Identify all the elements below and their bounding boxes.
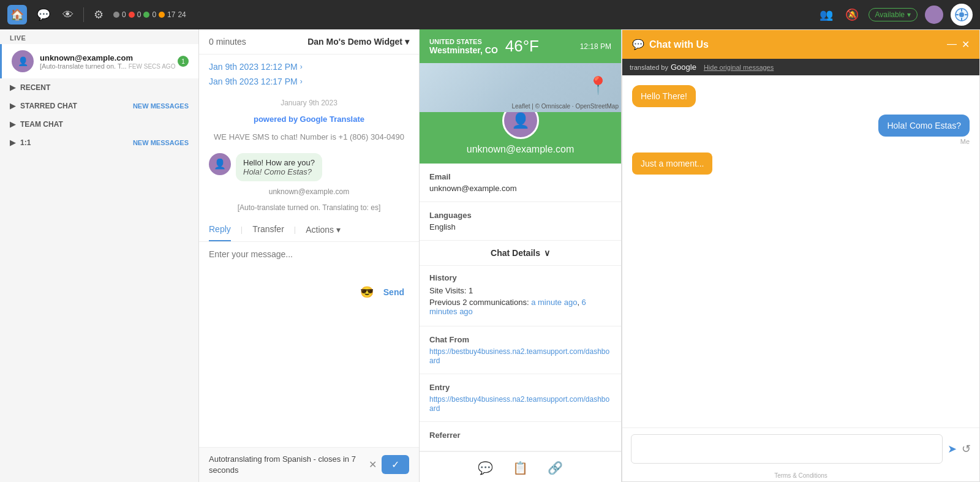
widget-selector[interactable]: Dan Mo's Demo Widget ▾ [307,37,409,47]
widget-footer: Terms & Conditions [622,470,979,481]
google-brand-text: Google [671,62,696,72]
chat-counters: 0 0 0 17 24 [113,10,186,19]
nav-divider [83,7,84,22]
visitor-bubble-1: Hola! Como Estas? [878,115,970,137]
message-input-area: 😎 Send [199,242,419,447]
minimize-button[interactable]: — [947,39,957,50]
eye-icon[interactable]: 👁 [60,6,76,24]
chat-bubble: Hello! How are you? Hola! Como Estas? [236,153,322,181]
chat-bubble-row: 👤 Hello! How are you? Hola! Como Estas? [199,148,419,186]
top-navigation: 🏠 💬 👁 ⚙ 0 0 0 17 24 👥 🔕 Available ▾ [0,0,980,29]
tab-divider-1: | [241,225,243,234]
sidebar: LIVE 👤 unknown@example.com [Auto-transla… [0,29,199,482]
status-label: Available [875,10,905,19]
one-to-one-section[interactable]: ▶ 1:1 NEW MESSAGES [0,134,198,152]
google-translate-bar: powered by Google Translate [199,112,419,126]
input-controls: 😎 Send [209,285,409,299]
map-pin-icon: 📍 [587,75,609,96]
starred-section[interactable]: ▶ STARRED CHAT NEW MESSAGES [0,97,198,115]
mute-icon[interactable]: 🔕 [843,6,861,24]
system-bubble: Just a moment... [632,153,712,175]
team-chat-section[interactable]: ▶ TEAM CHAT [0,115,198,134]
email-value: unknown@example.com [429,184,611,193]
autotranslate-close-button[interactable]: ✕ [369,459,377,470]
chat-from-url[interactable]: https://bestbuy4business.na2.teamsupport… [429,347,609,365]
settings-icon[interactable]: ⚙ [91,6,106,24]
link-bottom-icon[interactable]: 🔗 [548,461,563,475]
status-badge[interactable]: Available ▾ [869,8,918,21]
location-info: UNITED STATES Westminster, CO 46°F 12:18… [420,29,621,63]
info-panel: UNITED STATES Westminster, CO 46°F 12:18… [420,29,622,482]
tab-actions[interactable]: Actions ▾ [306,219,341,241]
chat-item-info: unknown@example.com [Auto-translate turn… [40,53,178,70]
reply-tabs: Reply | Transfer | Actions ▾ [199,218,419,242]
timestamp-link-2[interactable]: Jan 9th 2023 12:17 PM › [209,74,409,89]
tab-reply[interactable]: Reply [209,218,231,241]
notes-bottom-icon[interactable]: 📋 [513,461,528,475]
languages-section: Languages English [420,202,621,241]
recent-label: ▶ RECENT [10,83,50,92]
dot-green [143,12,149,18]
languages-value: English [429,222,611,232]
visitor-sender-label: Me [878,138,970,145]
location-city: Westminster, CO [429,45,498,55]
chat-badge: 1 [178,56,189,67]
count-orange: 17 [167,10,175,19]
send-button[interactable]: Send [379,285,409,299]
home-logo[interactable]: 🏠 [7,5,27,24]
dot-red [129,12,135,18]
visitor-header: 👤 unknown@example.com [420,112,621,164]
translated-by-text: translated by [630,64,668,71]
user-avatar[interactable] [925,6,943,24]
one-to-one-new-messages[interactable]: NEW MESSAGES [133,139,189,146]
main-layout: LIVE 👤 unknown@example.com [Auto-transla… [0,29,980,482]
brand-logo [951,4,973,26]
bubble-italic-text: Hola! Como Estas? [243,167,315,176]
widget-message-agent-1: Hello There! [632,85,696,107]
chat-panel: 0 minutes Dan Mo's Demo Widget ▾ Jan 9th… [199,29,420,482]
chat-from-section: Chat From https://bestbuy4business.na2.t… [420,326,621,374]
chat-details-toggle[interactable]: Chat Details ∨ [420,241,621,266]
close-button[interactable]: ✕ [962,39,970,50]
referrer-section: Referrer [420,422,621,451]
tab-transfer[interactable]: Transfer [252,218,284,241]
time-label: 0 minutes [209,37,246,47]
widget-translate-bar: translated by Google Hide original messa… [622,59,979,75]
starred-new-messages[interactable]: NEW MESSAGES [133,102,189,110]
hide-original-link[interactable]: Hide original messages [704,64,774,71]
chat-bubble-icon: 💬 [632,39,644,50]
location-text: UNITED STATES Westminster, CO [429,38,498,55]
dot-orange [159,12,165,18]
widget-message-visitor-1: Hola! Como Estas? Me [878,115,970,145]
widget-message-input[interactable] [631,434,943,464]
chat-bottom-icon[interactable]: 💬 [478,461,493,475]
count-total: 24 [178,10,186,19]
widget-messages-area: Hello There! Hola! Como Estas? Me Just a… [622,75,979,427]
bubble-main-text: Hello! How are you? [243,158,315,167]
timestamp-link-1[interactable]: Jan 9th 2023 12:12 PM › [209,59,409,74]
autotranslate-confirm-button[interactable]: ✓ [382,455,409,474]
widget-attach-button[interactable]: ↺ [962,442,971,456]
widget-send-button[interactable]: ➤ [948,442,957,456]
message-input[interactable] [209,249,409,280]
emoji-button[interactable]: 😎 [360,285,374,299]
recent-section[interactable]: ▶ RECENT [0,78,198,97]
team-chat-arrow: ▶ [10,120,15,129]
previous-comms: Previous 2 communications: a minute ago,… [429,298,611,316]
people-icon[interactable]: 👥 [817,6,835,24]
chat-item-active[interactable]: 👤 unknown@example.com [Auto-translate tu… [0,44,198,78]
map-placeholder: 📍 Leaflet | © Omniscale · OpenStreetMap [420,63,621,112]
chevron-right-icon: › [300,62,303,71]
entry-url[interactable]: https://bestbuy4business.na2.teamsupport… [429,395,609,413]
count-red: 0 [137,10,141,19]
count-gray: 0 [122,10,126,19]
widget-popup-header: 💬 Chat with Us — ✕ [622,30,979,59]
starred-arrow: ▶ [10,102,15,110]
bottom-icons-row: 💬 📋 🔗 [420,451,621,482]
actions-arrow: ▾ [336,225,341,235]
chat-icon[interactable]: 💬 [34,6,53,24]
widget-popup-controls: — ✕ [947,39,970,50]
svg-point-1 [959,12,964,17]
prev-comm-link-1[interactable]: a minute ago [531,298,577,307]
dot-gray [113,12,119,18]
